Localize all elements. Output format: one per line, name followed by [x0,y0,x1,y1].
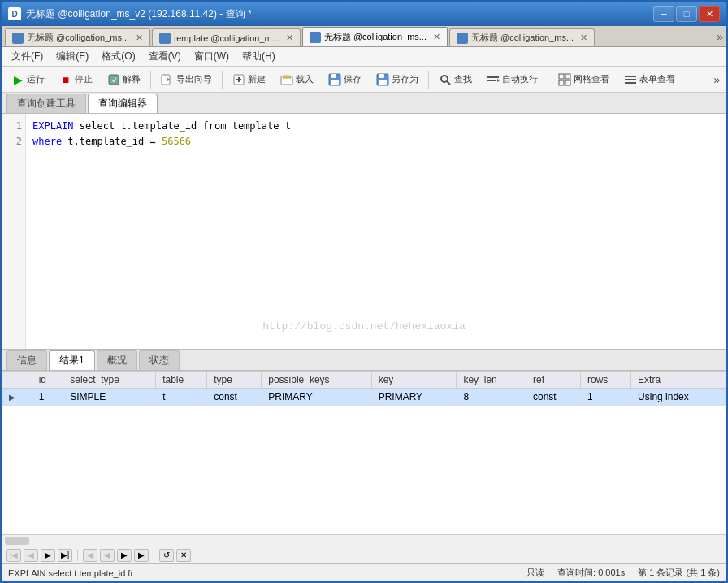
col-header-id: id [32,372,63,389]
svg-text:✓: ✓ [111,76,118,85]
tab-1-close[interactable]: ✕ [136,33,143,43]
svg-marker-8 [283,76,291,78]
result-tab-status[interactable]: 状态 [139,350,180,370]
svg-rect-22 [559,80,564,85]
explain-label: 解释 [123,73,141,85]
pager-prev-button[interactable]: ◀ [24,549,38,562]
pager-next-button[interactable]: ▶ [41,549,55,562]
title-bar-left: D 无标题 @colligation_ms_v2 (192.168.11.42)… [8,7,252,21]
result-tab-overview[interactable]: 概况 [97,350,137,370]
cell-key-len: 8 [457,389,526,406]
form-view-icon [624,73,637,86]
data-table-wrap[interactable]: id select_type table type possible_keys … [2,371,726,534]
menu-file[interactable]: 文件(F) [5,48,50,65]
editor-area: 1 2 EXPLAIN select t.template_id from te… [2,114,726,350]
col-header-select-type: select_type [63,372,156,389]
sub-tab-query-builder[interactable]: 查询创建工具 [6,94,86,113]
load-icon [280,73,293,86]
explain-icon: ✓ [107,73,120,86]
svg-rect-13 [379,74,384,78]
svg-rect-10 [332,74,336,78]
close-button[interactable]: ✕ [699,6,720,22]
title-bar: D 无标题 @colligation_ms_v2 (192.168.11.42)… [2,2,726,26]
tab-2[interactable]: template @colligation_m... ✕ [152,28,301,46]
tab-4[interactable]: 无标题 @colligation_ms... ✕ [449,28,595,46]
table-row[interactable]: ▶ 1 SIMPLE t const PRIMARY PRIMARY 8 con… [2,389,726,406]
new-label: 新建 [248,73,266,85]
svg-rect-11 [331,80,339,85]
pager-first-button[interactable]: |◀ [6,549,21,562]
minimize-button[interactable]: ─ [653,6,674,22]
result-tabs: 信息 结果1 概况 状态 [2,350,726,371]
horizontal-scrollbar[interactable] [2,534,726,546]
tab-3-close[interactable]: ✕ [433,32,440,42]
export-button[interactable]: 导出向导 [154,70,219,89]
scroll-thumb[interactable] [5,537,29,545]
status-query-time: 查询时间: 0.001s [557,567,625,579]
result-tab-result1[interactable]: 结果1 [49,350,95,370]
svg-rect-23 [566,80,570,85]
pager-next3-button[interactable]: ▶ [134,549,149,562]
stop-label: 停止 [75,73,93,85]
grid-view-button[interactable]: 网格查看 [552,70,616,89]
line-numbers: 1 2 [2,114,26,349]
run-button[interactable]: ▶ 运行 [5,70,51,89]
form-view-button[interactable]: 表单查看 [618,70,682,89]
col-header-possible-keys: possible_keys [262,372,371,389]
export-icon [161,73,174,86]
tab-2-icon [159,33,171,44]
menu-edit[interactable]: 编辑(E) [50,48,95,65]
pager-prev2-button[interactable]: ◀ [83,549,98,562]
status-bar: EXPLAIN select t.template_id fr 只读 查询时间:… [2,563,726,581]
svg-rect-14 [379,80,387,85]
auto-wrap-button[interactable]: 自动换行 [480,70,544,89]
auto-wrap-icon [487,73,500,86]
sub-tab-query-editor[interactable]: 查询编辑器 [88,94,158,113]
cell-ref: const [526,389,581,406]
tab-4-close[interactable]: ✕ [580,33,587,43]
save-as-label: 另存为 [392,73,418,85]
run-label: 运行 [27,73,45,85]
menu-view[interactable]: 查看(V) [142,48,188,65]
col-header-rows: rows [580,372,630,389]
pager-bar: |◀ ◀ ▶ ▶| ◀ ◀ ▶ ▶ ↺ ✕ [2,546,726,563]
cell-id: 1 [32,389,63,406]
stop-icon: ■ [59,73,72,86]
toolbar-sep-4 [548,71,548,89]
menu-window[interactable]: 窗口(W) [188,48,236,65]
save-button[interactable]: 保存 [322,70,368,89]
col-header-key-len: key_len [457,372,526,389]
tab-expand-button[interactable]: » [713,30,726,43]
data-table: id select_type table type possible_keys … [2,371,726,406]
find-icon [439,73,452,86]
stop-button[interactable]: ■ 停止 [53,70,99,89]
grid-view-label: 网格查看 [574,73,609,85]
pager-last-button[interactable]: ▶| [58,549,72,562]
cell-type: const [207,389,262,406]
new-button[interactable]: 新建 [226,70,272,89]
menu-bar: 文件(F) 编辑(E) 格式(O) 查看(V) 窗口(W) 帮助(H) [2,47,726,67]
menu-help[interactable]: 帮助(H) [236,48,282,65]
export-label: 导出向导 [176,73,212,85]
pager-refresh-button[interactable]: ↺ [159,549,174,562]
menu-format[interactable]: 格式(O) [95,48,141,65]
toolbar-expand[interactable]: » [710,73,723,86]
result-tab-info[interactable]: 信息 [6,350,47,370]
explain-button[interactable]: ✓ 解释 [101,70,147,89]
toolbar: ▶ 运行 ■ 停止 ✓ 解释 导出向导 新建 [2,67,726,93]
tab-3[interactable]: 无标题 @colligation_ms... ✕ [302,27,448,46]
tab-2-close[interactable]: ✕ [286,33,293,43]
pager-prev3-button[interactable]: ◀ [100,549,115,562]
pager-next2-button[interactable]: ▶ [117,549,132,562]
save-as-button[interactable]: 另存为 [370,70,425,89]
maximize-button[interactable]: □ [676,6,697,22]
code-text-2: t.template_id = [67,136,162,147]
find-button[interactable]: 查找 [432,70,479,89]
pager-clear-button[interactable]: ✕ [176,549,191,562]
save-as-icon [376,73,389,86]
tab-1[interactable]: 无标题 @colligation_ms... ✕ [5,28,150,46]
code-editor[interactable]: EXPLAIN select t.template_id from templa… [26,114,726,349]
svg-rect-26 [625,82,636,84]
load-button[interactable]: 载入 [274,70,320,89]
cell-extra: Using index [631,389,726,406]
